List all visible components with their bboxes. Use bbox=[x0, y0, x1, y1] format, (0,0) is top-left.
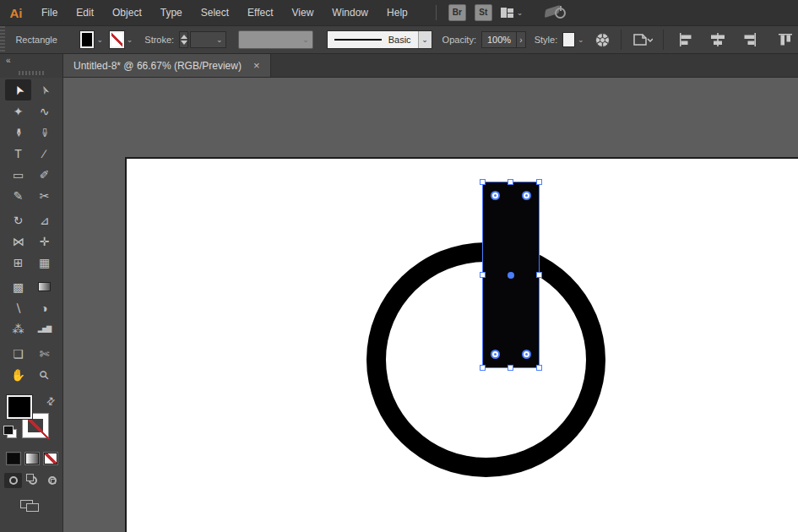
align-horizontal-center-icon[interactable] bbox=[709, 31, 726, 48]
control-divider bbox=[663, 30, 664, 50]
fill-swatch[interactable] bbox=[7, 395, 32, 419]
chevron-down-icon[interactable]: ⌄ bbox=[96, 35, 103, 44]
rotate-tool[interactable]: ↻ bbox=[5, 209, 31, 231]
blend-tool[interactable]: ◑ bbox=[31, 297, 57, 318]
align-left-icon[interactable] bbox=[677, 31, 694, 48]
type-tool[interactable]: T bbox=[5, 143, 31, 164]
live-corner-widget[interactable] bbox=[522, 191, 531, 200]
shaper-tool[interactable]: ✎ bbox=[5, 185, 31, 206]
scissors-tool[interactable]: ✂ bbox=[31, 185, 57, 206]
graphic-style-swatch[interactable] bbox=[562, 32, 575, 47]
selection-handle-top-center[interactable] bbox=[508, 179, 513, 185]
menu-view[interactable]: View bbox=[283, 0, 323, 25]
menu-window[interactable]: Window bbox=[323, 0, 377, 25]
color-button[interactable] bbox=[7, 453, 20, 464]
selection-center-point[interactable] bbox=[508, 272, 514, 279]
artboard[interactable] bbox=[125, 157, 798, 532]
step-down-icon[interactable] bbox=[181, 41, 187, 45]
perspective-grid-tool[interactable]: ▦ bbox=[31, 252, 57, 273]
gradient-button[interactable] bbox=[25, 453, 39, 464]
magic-wand-tool-icon: ✦ bbox=[14, 106, 24, 117]
isolate-object-icon[interactable] bbox=[631, 32, 653, 47]
hand-tool-icon: ✋ bbox=[11, 369, 25, 381]
draw-behind-button[interactable] bbox=[24, 473, 41, 488]
eyedropper-tool[interactable]: ∖ bbox=[5, 297, 31, 318]
workspace-switcher-icon[interactable]: ⌄ bbox=[501, 8, 524, 18]
live-corner-widget[interactable] bbox=[491, 350, 500, 359]
width-tool[interactable]: ⋈ bbox=[5, 231, 31, 252]
menu-items: FileEditObjectTypeSelectEffectViewWindow… bbox=[32, 0, 417, 25]
pen-tool[interactable]: ✒ bbox=[5, 122, 31, 143]
document-tab[interactable]: Untitled-8* @ 66.67% (RGB/Preview) × bbox=[63, 54, 271, 77]
puppet-warp-tool-icon: ✛ bbox=[40, 236, 50, 247]
app-logo[interactable]: Ai bbox=[0, 6, 32, 20]
fill-color-swatch[interactable] bbox=[80, 31, 95, 48]
menu-type[interactable]: Type bbox=[151, 0, 192, 25]
bridge-button[interactable]: Br bbox=[448, 4, 466, 21]
selection-handle-middle-left[interactable] bbox=[480, 272, 486, 278]
curvature-tool[interactable]: ✑ bbox=[31, 122, 57, 143]
opacity-slider-button[interactable]: › bbox=[517, 31, 526, 48]
chevron-down-icon[interactable]: ⌄ bbox=[127, 35, 133, 44]
selection-tool[interactable]: ➤ bbox=[5, 79, 31, 100]
stroke-color-swatch[interactable] bbox=[110, 31, 124, 48]
menu-help[interactable]: Help bbox=[377, 0, 417, 25]
stroke-style-combo[interactable]: Basic ⌄ bbox=[327, 30, 432, 49]
selected-rectangle[interactable] bbox=[483, 182, 539, 367]
gradient-tool[interactable] bbox=[31, 276, 57, 297]
scissors-tool-icon: ✂ bbox=[40, 190, 50, 202]
collapse-panel-button[interactable]: « bbox=[6, 56, 10, 65]
line-segment-tool[interactable]: ∕ bbox=[31, 143, 57, 164]
canvas-pasteboard[interactable] bbox=[63, 78, 798, 532]
swap-fill-stroke-icon[interactable]: ⇄ bbox=[44, 394, 58, 408]
draw-normal-button[interactable] bbox=[4, 473, 22, 488]
align-right-icon[interactable] bbox=[741, 31, 758, 48]
chevron-down-icon[interactable]: ⌄ bbox=[578, 35, 584, 44]
lasso-tool[interactable]: ∿ bbox=[31, 100, 57, 122]
hand-tool[interactable]: ✋ bbox=[5, 364, 31, 385]
draw-inside-button[interactable] bbox=[43, 473, 61, 488]
menu-select[interactable]: Select bbox=[192, 0, 238, 25]
selection-handle-top-left[interactable] bbox=[480, 179, 486, 185]
selection-handle-bottom-left[interactable] bbox=[480, 365, 486, 371]
puppet-warp-tool[interactable]: ✛ bbox=[31, 231, 57, 252]
column-graph-tool[interactable]: ▂▅▇ bbox=[31, 318, 57, 339]
selection-handle-bottom-right[interactable] bbox=[536, 365, 542, 371]
step-up-icon[interactable] bbox=[181, 35, 187, 39]
scale-tool[interactable]: ⊿ bbox=[31, 209, 57, 231]
chevron-down-icon[interactable]: ⌄ bbox=[418, 31, 432, 48]
shape-builder-tool[interactable]: ⊞ bbox=[5, 252, 31, 273]
selection-handle-bottom-center[interactable] bbox=[508, 365, 513, 371]
zoom-tool[interactable]: ⚲ bbox=[31, 364, 57, 385]
stroke-width-stepper[interactable] bbox=[179, 31, 188, 48]
paintbrush-tool[interactable]: ✐ bbox=[31, 164, 57, 185]
change-screen-mode-icon[interactable] bbox=[20, 500, 39, 512]
panel-drag-grip[interactable] bbox=[19, 71, 44, 75]
selection-handle-middle-right[interactable] bbox=[536, 272, 542, 278]
align-top-icon[interactable] bbox=[777, 31, 794, 48]
symbol-sprayer-tool[interactable]: ⁂ bbox=[5, 318, 31, 339]
selection-handle-top-right[interactable] bbox=[536, 179, 542, 185]
magic-wand-tool[interactable]: ✦ bbox=[5, 100, 31, 122]
recolor-artwork-icon[interactable] bbox=[594, 32, 611, 48]
mesh-tool[interactable]: ▩ bbox=[5, 276, 31, 297]
close-tab-icon[interactable]: × bbox=[253, 59, 260, 72]
opacity-input[interactable]: 100% bbox=[481, 31, 517, 48]
menu-edit[interactable]: Edit bbox=[67, 0, 103, 25]
menu-object[interactable]: Object bbox=[103, 0, 151, 25]
direct-selection-tool[interactable]: ➢ bbox=[31, 79, 57, 100]
artboard-tool[interactable]: ❏ bbox=[5, 343, 31, 364]
stroke-width-combo[interactable]: ⌄ bbox=[190, 31, 227, 48]
none-button[interactable] bbox=[44, 453, 57, 464]
rectangle-tool[interactable]: ▭ bbox=[5, 164, 31, 185]
live-corner-widget[interactable] bbox=[522, 350, 531, 359]
panel-grip[interactable] bbox=[0, 26, 5, 53]
menu-effect[interactable]: Effect bbox=[238, 0, 282, 25]
menu-file[interactable]: File bbox=[32, 0, 67, 25]
default-fill-stroke-icon[interactable] bbox=[3, 426, 14, 435]
stock-button[interactable]: St bbox=[475, 4, 492, 21]
live-corner-widget[interactable] bbox=[491, 191, 500, 200]
slice-tool[interactable]: ✄ bbox=[31, 343, 57, 364]
slice-tool-icon: ✄ bbox=[40, 348, 50, 360]
gpu-performance-icon[interactable] bbox=[543, 3, 572, 22]
